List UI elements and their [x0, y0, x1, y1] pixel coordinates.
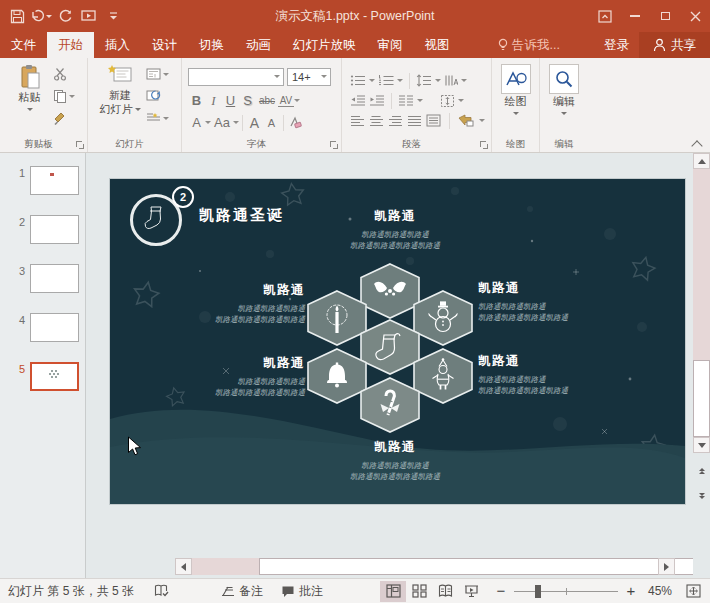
decrease-indent-icon[interactable]	[350, 94, 366, 107]
paragraph-dialog-launcher[interactable]	[480, 141, 489, 150]
thumbnail-slide-3[interactable]: 3	[0, 264, 85, 293]
reading-view-icon[interactable]	[432, 581, 458, 602]
zoom-level[interactable]: 45%	[638, 584, 672, 598]
bullets-caret[interactable]	[369, 79, 375, 85]
increase-indent-icon[interactable]	[369, 94, 385, 107]
hex-item-top[interactable]: 凯路通 凯路通凯路通凯路通 凯路通凯路通凯路通凯路通	[290, 208, 500, 251]
copy-dropdown-caret[interactable]	[69, 95, 75, 101]
thumbnail-slide-5-selected[interactable]: 5	[0, 362, 85, 391]
undo-icon[interactable]	[30, 5, 52, 27]
zoom-slider[interactable]	[514, 581, 618, 602]
horizontal-scrollbar-thumb[interactable]	[259, 558, 710, 575]
text-shadow-button[interactable]: S	[239, 93, 256, 108]
line-spacing-icon[interactable]	[416, 74, 432, 87]
thumbnail-slide-1[interactable]: 1	[0, 166, 85, 195]
character-spacing-caret[interactable]	[294, 99, 300, 105]
grow-font-button[interactable]: A	[246, 115, 263, 131]
tell-me-box[interactable]: 告诉我...	[490, 32, 568, 58]
previous-slide-button[interactable]	[693, 461, 710, 481]
font-size-combobox[interactable]: 14+	[287, 68, 331, 86]
tab-slideshow[interactable]: 幻灯片放映	[282, 32, 367, 58]
notes-button[interactable]: 备注	[221, 583, 263, 600]
clipboard-dialog-launcher[interactable]	[76, 141, 85, 150]
normal-view-icon[interactable]	[380, 581, 406, 602]
sign-in-button[interactable]: 登录	[594, 32, 639, 58]
drawing-button[interactable]: 绘图	[497, 61, 535, 138]
smartart-icon[interactable]	[458, 114, 474, 127]
tab-insert[interactable]: 插入	[94, 32, 141, 58]
hex-item-upper-right[interactable]: 凯路通 凯路通凯路通凯路通 凯路通凯路通凯路通凯路通	[478, 280, 685, 323]
section-button[interactable]	[144, 109, 171, 127]
align-text-icon[interactable]	[440, 94, 455, 108]
vertical-scrollbar[interactable]	[693, 153, 710, 578]
thumbnail-slide-2[interactable]: 2	[0, 215, 85, 244]
hex-item-upper-left[interactable]: 凯路通 凯路通凯路通凯路通 凯路通凯路通凯路通凯路通	[110, 282, 305, 325]
scroll-left-button[interactable]	[175, 558, 192, 575]
columns-caret[interactable]	[417, 99, 423, 105]
paste-button[interactable]: 粘贴	[11, 61, 49, 138]
fit-to-window-icon[interactable]	[680, 581, 706, 602]
layout-caret[interactable]	[163, 73, 169, 79]
hex-item-bottom[interactable]: 凯路通 凯路通凯路通凯路通 凯路通凯路通凯路通凯路通	[290, 439, 500, 482]
distribute-icon[interactable]	[426, 114, 441, 127]
tab-animations[interactable]: 动画	[235, 32, 282, 58]
align-text-caret[interactable]	[458, 99, 464, 105]
scroll-down-button[interactable]	[693, 437, 710, 453]
slide-sorter-icon[interactable]	[406, 581, 432, 602]
line-spacing-caret[interactable]	[435, 79, 441, 85]
next-slide-button[interactable]	[693, 485, 710, 505]
tab-transitions[interactable]: 切换	[188, 32, 235, 58]
bullets-icon[interactable]	[350, 74, 366, 87]
customize-qat-icon[interactable]	[102, 5, 124, 27]
new-slide-caret[interactable]	[135, 108, 141, 114]
zoom-in-button[interactable]: +	[624, 584, 638, 598]
strikethrough-button[interactable]: abc	[256, 95, 278, 106]
align-left-icon[interactable]	[350, 115, 364, 127]
zoom-slider-thumb[interactable]	[535, 585, 541, 598]
numbering-caret[interactable]	[397, 79, 403, 85]
thumbnail-slide-4[interactable]: 4	[0, 313, 85, 342]
collapse-ribbon-icon[interactable]	[693, 141, 702, 147]
hexagon-cluster[interactable]	[300, 257, 480, 437]
minimize-icon[interactable]	[620, 0, 650, 32]
undo-dropdown-caret[interactable]	[46, 15, 52, 21]
slide-editing-area[interactable]: 2 凯路通圣诞	[110, 179, 685, 504]
align-right-icon[interactable]	[388, 115, 402, 127]
spell-check-icon[interactable]	[154, 584, 169, 598]
text-direction-caret[interactable]	[461, 79, 467, 85]
maximize-icon[interactable]	[650, 0, 680, 32]
change-case-caret[interactable]	[233, 121, 239, 127]
shrink-font-button[interactable]: A	[263, 117, 280, 129]
character-spacing-button[interactable]: AV	[278, 95, 294, 107]
layout-button[interactable]	[144, 65, 171, 83]
font-color-button[interactable]: A	[188, 115, 205, 130]
italic-button[interactable]: I	[205, 93, 222, 109]
ribbon-display-options-icon[interactable]	[590, 0, 620, 32]
smartart-caret[interactable]	[479, 119, 485, 125]
hex-item-lower-right[interactable]: 凯路通 凯路通凯路通凯路通 凯路通凯路通凯路通凯路通	[478, 353, 685, 396]
tab-design[interactable]: 设计	[141, 32, 188, 58]
tab-review[interactable]: 审阅	[367, 32, 414, 58]
underline-button[interactable]: U	[222, 93, 239, 108]
tab-view[interactable]: 视图	[414, 32, 461, 58]
cut-button[interactable]	[51, 65, 77, 83]
copy-button[interactable]	[51, 87, 77, 105]
editing-button[interactable]: 编辑	[545, 61, 583, 138]
scroll-right-button[interactable]	[658, 558, 675, 575]
text-direction-icon[interactable]	[444, 74, 458, 87]
start-slideshow-icon[interactable]	[78, 5, 100, 27]
tab-home[interactable]: 开始	[47, 32, 94, 58]
new-slide-button[interactable]: 新建 幻灯片	[98, 61, 142, 138]
reset-slide-button[interactable]	[144, 87, 171, 105]
clear-formatting-icon[interactable]	[287, 116, 302, 129]
slide-heading[interactable]: 凯路通圣诞	[199, 206, 284, 225]
format-painter-button[interactable]	[51, 109, 77, 127]
vertical-scrollbar-thumb[interactable]	[693, 360, 710, 437]
font-dialog-launcher[interactable]	[330, 141, 339, 150]
tab-file[interactable]: 文件	[0, 32, 47, 58]
save-icon[interactable]	[6, 5, 28, 27]
comments-button[interactable]: 批注	[281, 583, 323, 600]
close-icon[interactable]	[680, 0, 710, 32]
section-caret[interactable]	[163, 117, 169, 123]
slideshow-icon[interactable]	[458, 581, 484, 602]
